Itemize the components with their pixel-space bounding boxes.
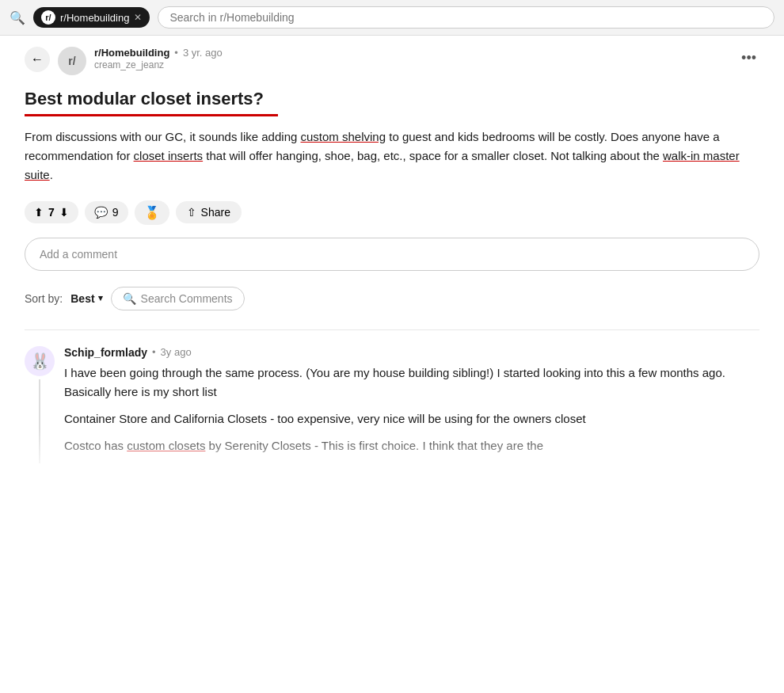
- downvote-icon: ⬇: [59, 206, 69, 219]
- comment-thread-line: [39, 379, 40, 463]
- subreddit-avatar: r/: [58, 47, 86, 75]
- address-bar[interactable]: [158, 6, 774, 29]
- post-meta: r/Homebuilding • 3 yr. ago cream_ze_jean…: [94, 47, 738, 70]
- comment-body: I have been going through the same proce…: [64, 364, 759, 455]
- browser-search-icon: 🔍: [10, 10, 25, 25]
- comment-item: 🐰 Schip_formlady • 3y ago I have been go…: [25, 346, 759, 463]
- share-button[interactable]: ⇧ Share: [176, 201, 242, 223]
- comment-left: 🐰: [25, 346, 55, 463]
- close-tab-button[interactable]: ✕: [134, 12, 142, 23]
- post-container: ← r/ r/Homebuilding • 3 yr. ago cream_ze…: [12, 36, 772, 476]
- vote-count: 7: [48, 206, 55, 219]
- divider: [25, 329, 759, 330]
- body-text-3: that will offer hanging, shoe, bag, etc.…: [203, 149, 663, 162]
- comment-content: Schip_formlady • 3y ago I have been goin…: [64, 346, 759, 463]
- share-label: Share: [201, 206, 230, 219]
- post-time: 3 yr. ago: [183, 47, 223, 59]
- award-icon: 🏅: [144, 206, 160, 219]
- comment-avatar: 🐰: [25, 346, 55, 376]
- chevron-down-icon: ▾: [98, 293, 103, 303]
- comment-para-1: I have been going through the same proce…: [64, 364, 759, 402]
- sort-selected: Best: [70, 292, 94, 305]
- comment-para-3-before: Costco has: [64, 439, 127, 452]
- post-title-underline: [25, 114, 278, 116]
- comment-author[interactable]: Schip_formlady: [64, 346, 147, 359]
- back-button[interactable]: ←: [25, 47, 50, 72]
- comment-para-3: Costco has custom closets by Serenity Cl…: [64, 436, 759, 455]
- closet-inserts-link[interactable]: closet inserts: [134, 149, 204, 162]
- sort-label: Sort by:: [25, 292, 63, 305]
- more-options-button[interactable]: •••: [738, 47, 759, 70]
- upvote-icon: ⬆: [34, 206, 44, 219]
- body-text-1: From discussions with our GC, it sounds …: [25, 130, 300, 143]
- action-bar: ⬆ 7 ⬇ 💬 9 🏅 ⇧ Share: [25, 200, 759, 225]
- search-icon: 🔍: [123, 292, 136, 305]
- custom-closets-link[interactable]: custom closets: [127, 439, 205, 452]
- avatar-emoji: 🐰: [30, 352, 50, 371]
- comment-time: •: [152, 346, 156, 358]
- sort-search-bar: Sort by: Best ▾ 🔍 Search Comments: [25, 287, 759, 310]
- reddit-favicon: r/: [41, 10, 55, 25]
- comment-age: 3y ago: [161, 346, 192, 358]
- body-text-4: .: [50, 168, 53, 181]
- sort-select-button[interactable]: Best ▾: [70, 292, 102, 305]
- browser-bar: 🔍 r/ r/Homebuilding ✕: [0, 0, 784, 36]
- comment-author-row: Schip_formlady • 3y ago: [64, 346, 759, 359]
- post-title: Best modular closet inserts?: [25, 88, 759, 111]
- comment-count: 9: [112, 206, 119, 219]
- search-comments-button[interactable]: 🔍 Search Comments: [111, 287, 245, 310]
- add-comment-placeholder: Add a comment: [40, 248, 117, 261]
- share-icon: ⇧: [187, 206, 196, 219]
- post-header: ← r/ r/Homebuilding • 3 yr. ago cream_ze…: [25, 36, 759, 82]
- custom-shelving-link[interactable]: custom shelving: [300, 130, 386, 143]
- tab-label: r/Homebuilding: [60, 12, 129, 24]
- search-comments-label: Search Comments: [141, 292, 233, 305]
- post-meta-top: r/Homebuilding • 3 yr. ago: [94, 47, 738, 59]
- subreddit-name[interactable]: r/Homebuilding: [94, 47, 169, 59]
- comment-icon: 💬: [94, 206, 108, 219]
- add-comment-input[interactable]: Add a comment: [25, 238, 759, 271]
- comment-para-2: Container Store and California Closets -…: [64, 409, 759, 428]
- browser-tab[interactable]: r/ r/Homebuilding ✕: [33, 7, 150, 28]
- award-button[interactable]: 🏅: [135, 200, 169, 225]
- comment-button[interactable]: 💬 9: [85, 201, 128, 223]
- comments-section: 🐰 Schip_formlady • 3y ago I have been go…: [25, 346, 759, 476]
- vote-button[interactable]: ⬆ 7 ⬇: [25, 201, 78, 223]
- post-author[interactable]: cream_ze_jeanz: [94, 59, 738, 70]
- post-body: From discussions with our GC, it sounds …: [25, 128, 759, 185]
- comment-para-3-after: by Serenity Closets - This is first choi…: [205, 439, 543, 452]
